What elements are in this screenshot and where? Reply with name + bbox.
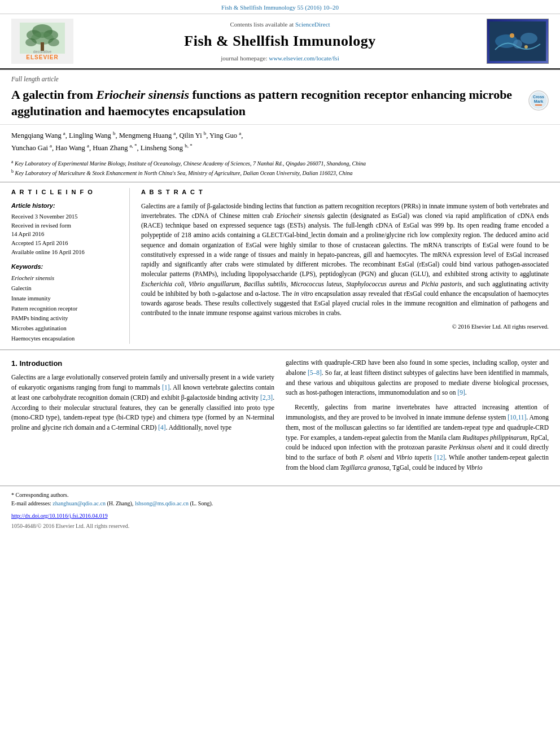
affiliation-a: a Key Laboratory of Experimental Marine … [11,159,549,168]
homepage-line: journal homepage: www.elsevier.com/locat… [79,54,481,63]
article-dates: Received 3 November 2015 Received in rev… [11,212,121,257]
keywords-list: Eriocheir sinensis Galectin Innate immun… [11,273,121,344]
introduction-heading: 1. Introduction [11,358,274,369]
elsevier-text: ELSEVIER [26,54,58,62]
elsevier-logo: decorative ELSEVIER [11,19,73,64]
svg-text:decorative: decorative [33,50,51,54]
journal-header: decorative ELSEVIER Contents lists avail… [0,14,560,69]
journal-center-info: Contents lists available at ScienceDirec… [73,20,487,63]
keywords-title: Keywords: [11,263,121,271]
article-title-section: A galectin from Eriocheir sinensis funct… [0,85,560,124]
keyword-1: Eriocheir sinensis [11,275,54,281]
svg-text:Cross: Cross [533,95,544,99]
journal-citation-text: Fish & Shellfish Immunology 55 (2016) 10… [221,4,339,11]
article-info-abstract-section: A R T I C L E I N F O Article history: R… [0,182,560,350]
intro-paragraph-3: Recently, galectins from marine inverteb… [286,403,549,473]
svg-point-6 [25,38,37,46]
email-2-link[interactable]: lshsong@ms.qdio.ac.cn [135,500,189,506]
svg-text:Mark: Mark [534,99,543,103]
cover-image-svg [489,21,546,61]
keyword-7: Haemocytes encapsulation [11,335,75,342]
doi-section: http://dx.doi.org/10.1016/j.fsi.2016.04.… [0,510,560,521]
article-info-column: A R T I C L E I N F O Article history: R… [11,188,130,344]
copyright-line: © 2016 Elsevier Ltd. All rights reserved… [141,323,549,331]
article-title: A galectin from Eriocheir sinensis funct… [11,87,528,119]
contents-available-line: Contents lists available at ScienceDirec… [79,20,481,29]
journal-title: Fish & Shellfish Immunology [79,31,481,51]
abstract-text: Galectins are a family of β-galactoside … [141,202,549,318]
keyword-2: Galectin [11,285,32,291]
homepage-url[interactable]: www.elsevier.com/locate/fsi [269,55,339,62]
crossmark-badge[interactable]: Cross Mark [528,90,549,113]
body-right-column: galectins with quadruple-CRD have been a… [286,358,549,478]
article-info-heading: A R T I C L E I N F O [11,188,121,196]
affiliations: a Key Laboratory of Experimental Marine … [0,156,560,182]
journal-citation-bar: Fish & Shellfish Immunology 55 (2016) 10… [0,0,560,14]
footnotes: * Corresponding authors. E-mail addresse… [0,486,560,510]
affiliation-b: b Key Laboratory of Mariculture & Stock … [11,168,549,177]
issn-section: 1050-4648/© 2016 Elsevier Ltd. All right… [0,521,560,535]
journal-cover-image-left: decorative [20,23,65,54]
keyword-5: PAMPs binding activity [11,315,68,321]
article-history-title: Article history: [11,202,121,210]
svg-point-13 [510,33,514,38]
doi-link[interactable]: http://dx.doi.org/10.1016/j.fsi.2016.04.… [11,513,108,519]
email-1-link[interactable]: zhanghuan@qdio.ac.cn [53,500,106,506]
email-label: E-mail addresses: [11,500,51,506]
keyword-4: Pattern recognition receptor [11,305,77,312]
abstract-heading: A B S T R A C T [141,188,549,196]
abstract-column: A B S T R A C T Galectins are a family o… [141,188,549,344]
svg-point-14 [524,45,528,49]
intro-paragraph-2: galectins with quadruple-CRD have been a… [286,358,549,398]
authors-section: Mengqiang Wang a, Lingling Wang b, Mengm… [0,125,560,157]
sciencedirect-link[interactable]: ScienceDirect [295,21,330,28]
keyword-3: Innate immunity [11,295,51,302]
body-section: 1. Introduction Galectins are a large ev… [0,350,560,486]
crossmark-icon: Cross Mark [528,90,549,111]
svg-point-7 [48,38,59,46]
svg-point-11 [520,33,537,44]
article-type: Full length article [0,70,560,85]
keyword-6: Microbes agglutination [11,325,67,331]
body-left-column: 1. Introduction Galectins are a large ev… [11,358,274,478]
journal-cover-image-right [487,19,549,64]
intro-paragraph-1: Galectins are a large evolutionally cons… [11,373,274,433]
